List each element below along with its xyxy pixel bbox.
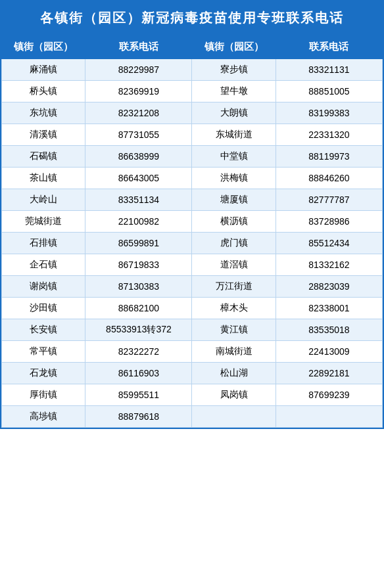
right-district: 望牛墩	[192, 81, 276, 102]
left-phone: 86638999	[85, 146, 192, 168]
col-header-4: 联系电话	[276, 35, 382, 59]
col-header-3: 镇街（园区）	[192, 35, 276, 59]
left-phone: 82369919	[85, 81, 192, 102]
left-district: 厚街镇	[2, 384, 85, 406]
table-row: 茶山镇86643005洪梅镇88846260	[2, 168, 383, 189]
right-district: 寮步镇	[192, 59, 276, 81]
right-phone: 22331320	[276, 124, 382, 146]
right-phone: 88846260	[276, 168, 382, 189]
table-row: 谢岗镇87130383万江街道28823039	[2, 276, 383, 298]
table-row: 石碣镇86638999中堂镇88119973	[2, 146, 383, 168]
table-row: 石排镇86599891虎门镇85512434	[2, 233, 383, 254]
right-phone: 83535018	[276, 319, 382, 341]
left-phone: 86643005	[85, 168, 192, 189]
right-district: 樟木头	[192, 298, 276, 319]
left-phone: 85995511	[85, 384, 192, 406]
right-phone: 87699239	[276, 384, 382, 406]
right-district: 横沥镇	[192, 211, 276, 233]
right-district: 南城街道	[192, 341, 276, 363]
main-container: 各镇街（园区）新冠病毒疫苗使用专班联系电话 镇街（园区） 联系电话 镇街（园区）…	[0, 0, 384, 429]
col-header-1: 镇街（园区）	[2, 35, 85, 59]
table-row: 长安镇85533913转372黄江镇83535018	[2, 319, 383, 341]
col-header-2: 联系电话	[85, 35, 192, 59]
right-district: 万江街道	[192, 276, 276, 298]
table-row: 高埗镇88879618	[2, 406, 383, 428]
contact-table: 镇街（园区） 联系电话 镇街（园区） 联系电话 麻涌镇88229987寮步镇83…	[1, 35, 383, 428]
table-row: 大岭山83351134塘厦镇82777787	[2, 189, 383, 211]
table-row: 企石镇86719833道滘镇81332162	[2, 254, 383, 276]
page-title: 各镇街（园区）新冠病毒疫苗使用专班联系电话	[1, 1, 383, 35]
right-phone	[276, 406, 382, 428]
left-phone: 82322272	[85, 341, 192, 363]
right-district: 黄江镇	[192, 319, 276, 341]
left-district: 常平镇	[2, 341, 85, 363]
right-phone: 82338001	[276, 298, 382, 319]
right-district: 道滘镇	[192, 254, 276, 276]
left-district: 长安镇	[2, 319, 85, 341]
left-district: 桥头镇	[2, 81, 85, 102]
left-phone: 87130383	[85, 276, 192, 298]
table-row: 东坑镇82321208大朗镇83199383	[2, 102, 383, 124]
right-district: 大朗镇	[192, 102, 276, 124]
left-phone: 83351134	[85, 189, 192, 211]
table-row: 清溪镇87731055东城街道22331320	[2, 124, 383, 146]
right-district: 洪梅镇	[192, 168, 276, 189]
left-phone: 22100982	[85, 211, 192, 233]
right-district: 虎门镇	[192, 233, 276, 254]
table-row: 麻涌镇88229987寮步镇83321131	[2, 59, 383, 81]
table-row: 厚街镇85995511凤岗镇87699239	[2, 384, 383, 406]
right-district: 中堂镇	[192, 146, 276, 168]
right-phone: 83728986	[276, 211, 382, 233]
left-district: 沙田镇	[2, 298, 85, 319]
table-row: 石龙镇86116903松山湖22892181	[2, 363, 383, 384]
right-phone: 85512434	[276, 233, 382, 254]
left-district: 麻涌镇	[2, 59, 85, 81]
left-phone: 82321208	[85, 102, 192, 124]
right-phone: 82777787	[276, 189, 382, 211]
left-phone: 86599891	[85, 233, 192, 254]
right-phone: 88851005	[276, 81, 382, 102]
left-phone: 87731055	[85, 124, 192, 146]
left-district: 高埗镇	[2, 406, 85, 428]
left-district: 大岭山	[2, 189, 85, 211]
left-district: 清溪镇	[2, 124, 85, 146]
table-header-row: 镇街（园区） 联系电话 镇街（园区） 联系电话	[2, 35, 383, 59]
left-phone: 86116903	[85, 363, 192, 384]
table-row: 莞城街道22100982横沥镇83728986	[2, 211, 383, 233]
left-phone: 85533913转372	[85, 319, 192, 341]
table-row: 沙田镇88682100樟木头82338001	[2, 298, 383, 319]
right-district: 东城街道	[192, 124, 276, 146]
right-phone: 28823039	[276, 276, 382, 298]
left-district: 企石镇	[2, 254, 85, 276]
left-district: 石排镇	[2, 233, 85, 254]
table-row: 常平镇82322272南城街道22413009	[2, 341, 383, 363]
right-phone: 83199383	[276, 102, 382, 124]
right-phone: 22413009	[276, 341, 382, 363]
table-row: 桥头镇82369919望牛墩88851005	[2, 81, 383, 102]
right-district	[192, 406, 276, 428]
left-district: 茶山镇	[2, 168, 85, 189]
right-district: 塘厦镇	[192, 189, 276, 211]
left-district: 莞城街道	[2, 211, 85, 233]
left-phone: 86719833	[85, 254, 192, 276]
right-district: 凤岗镇	[192, 384, 276, 406]
left-district: 石龙镇	[2, 363, 85, 384]
left-phone: 88682100	[85, 298, 192, 319]
left-phone: 88879618	[85, 406, 192, 428]
right-phone: 81332162	[276, 254, 382, 276]
right-phone: 88119973	[276, 146, 382, 168]
right-district: 松山湖	[192, 363, 276, 384]
left-district: 东坑镇	[2, 102, 85, 124]
left-district: 石碣镇	[2, 146, 85, 168]
left-district: 谢岗镇	[2, 276, 85, 298]
right-phone: 22892181	[276, 363, 382, 384]
right-phone: 83321131	[276, 59, 382, 81]
left-phone: 88229987	[85, 59, 192, 81]
